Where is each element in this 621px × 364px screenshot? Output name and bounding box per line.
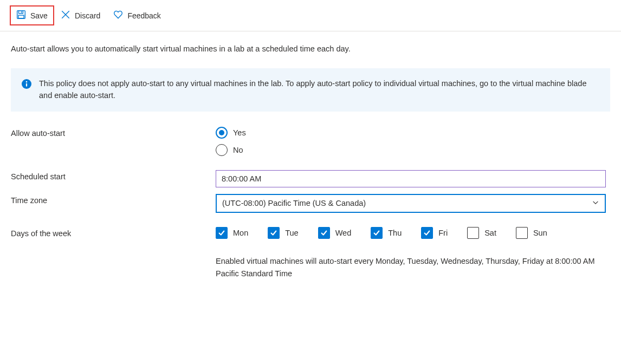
allow-no-radio[interactable]: No <box>216 144 610 156</box>
svg-rect-2 <box>18 15 24 18</box>
checkbox-icon <box>421 227 433 239</box>
page-description: Auto-start allows you to automatically s… <box>11 44 610 53</box>
day-checkbox-sat[interactable]: Sat <box>467 227 496 239</box>
checkbox-icon <box>268 227 280 239</box>
checkbox-icon <box>516 227 528 239</box>
checkbox-icon <box>216 227 228 239</box>
content-area: Auto-start allows you to automatically s… <box>0 31 621 293</box>
save-button[interactable]: Save <box>11 6 53 24</box>
heart-icon <box>113 10 123 21</box>
day-label: Sat <box>484 229 496 237</box>
timezone-row: Time zone (UTC-08:00) Pacific Time (US &… <box>11 194 610 213</box>
days-of-week-label: Days of the week <box>11 227 216 238</box>
toolbar: Save Discard Feedback <box>0 0 621 31</box>
save-icon <box>16 10 26 21</box>
timezone-dropdown[interactable]: (UTC-08:00) Pacific Time (US & Canada) <box>216 194 606 213</box>
radio-icon <box>216 127 228 139</box>
radio-icon <box>216 144 228 156</box>
checkbox-icon <box>467 227 479 239</box>
day-label: Sun <box>533 229 547 237</box>
days-container: MonTueWedThuFriSatSun <box>216 227 610 239</box>
allow-autostart-row: Allow auto-start Yes No <box>11 127 610 156</box>
radio-no-label: No <box>233 146 243 154</box>
svg-rect-8 <box>26 83 27 87</box>
day-checkbox-tue[interactable]: Tue <box>268 227 298 239</box>
day-label: Tue <box>285 229 298 237</box>
discard-label: Discard <box>75 11 100 20</box>
day-label: Fri <box>438 229 448 237</box>
schedule-summary: Enabled virtual machines will auto-start… <box>216 255 595 280</box>
day-checkbox-wed[interactable]: Wed <box>318 227 352 239</box>
day-checkbox-thu[interactable]: Thu <box>371 227 402 239</box>
days-of-week-row: Days of the week MonTueWedThuFriSatSun <box>11 227 610 239</box>
scheduled-start-label: Scheduled start <box>11 170 216 181</box>
day-label: Thu <box>388 229 402 237</box>
timezone-value: (UTC-08:00) Pacific Time (US & Canada) <box>222 199 366 207</box>
allow-autostart-radio-group: Yes No <box>216 127 610 156</box>
day-label: Wed <box>335 229 352 237</box>
info-icon <box>22 79 31 90</box>
info-banner: This policy does not apply auto-start to… <box>11 68 610 112</box>
radio-yes-label: Yes <box>233 128 246 137</box>
save-label: Save <box>30 11 48 20</box>
day-label: Mon <box>233 229 248 237</box>
scheduled-start-row: Scheduled start <box>11 170 610 187</box>
scheduled-start-input[interactable] <box>216 170 606 187</box>
day-checkbox-sun[interactable]: Sun <box>516 227 547 239</box>
timezone-label: Time zone <box>11 194 216 205</box>
feedback-button[interactable]: Feedback <box>108 6 166 24</box>
day-checkbox-mon[interactable]: Mon <box>216 227 248 239</box>
allow-autostart-label: Allow auto-start <box>11 127 216 138</box>
svg-point-7 <box>26 81 28 83</box>
allow-yes-radio[interactable]: Yes <box>216 127 610 139</box>
chevron-down-icon <box>592 199 599 208</box>
close-icon <box>61 10 70 21</box>
discard-button[interactable]: Discard <box>55 6 106 24</box>
svg-rect-1 <box>19 11 23 14</box>
feedback-label: Feedback <box>127 11 160 20</box>
info-text: This policy does not apply auto-start to… <box>39 78 599 102</box>
checkbox-icon <box>371 227 383 239</box>
day-checkbox-fri[interactable]: Fri <box>421 227 448 239</box>
checkbox-icon <box>318 227 330 239</box>
